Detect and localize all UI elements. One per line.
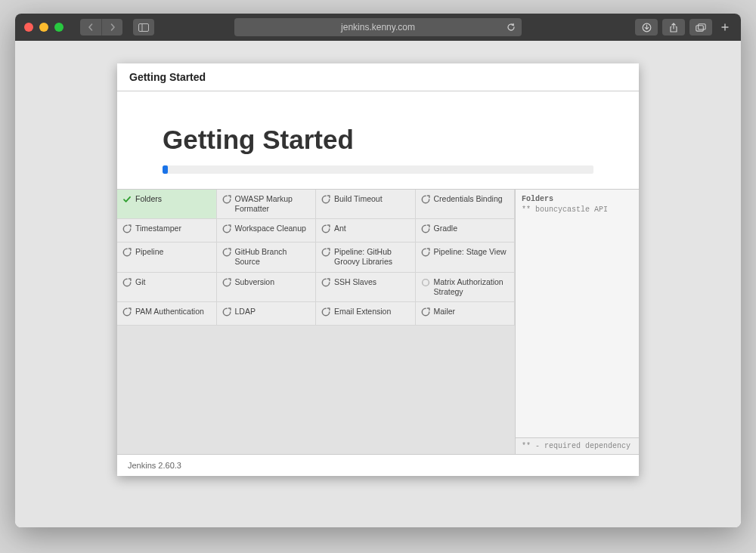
plugin-cell: GitHub Branch Source — [217, 243, 317, 272]
plus-icon — [721, 23, 729, 31]
plugin-name: Gradle — [434, 224, 458, 233]
plugin-name: Subversion — [235, 277, 275, 287]
spinner-icon — [222, 224, 232, 234]
reload-button[interactable] — [507, 23, 516, 32]
plugin-cell: Pipeline: GitHub Groovy Libraries — [316, 243, 416, 272]
wizard-body: FoldersOWASP Markup FormatterBuild Timeo… — [117, 189, 639, 454]
plugin-cell: Build Timeout — [316, 190, 416, 219]
reload-icon — [507, 23, 516, 32]
plugin-name: Email Extension — [334, 307, 391, 317]
spinner-icon — [122, 224, 132, 234]
window-controls — [24, 23, 64, 32]
plugin-cell: Mailer — [416, 302, 516, 326]
plugin-name: Pipeline: GitHub Groovy Libraries — [334, 247, 411, 267]
plugin-name: Workspace Cleanup — [235, 224, 306, 233]
install-log-legend: ** - required dependency — [516, 437, 639, 454]
setup-wizard: Getting Started Getting Started FoldersO… — [117, 63, 639, 476]
plugin-name: LDAP — [235, 307, 256, 317]
wizard-hero: Getting Started — [117, 91, 639, 189]
plugin-name: Folders — [135, 194, 162, 204]
plugin-name: Mailer — [434, 307, 456, 317]
install-log-line: ** bouncycastle API — [522, 205, 633, 215]
new-tab-button[interactable] — [718, 19, 732, 36]
window-close-button[interactable] — [24, 23, 33, 32]
sidebar-toggle-button[interactable] — [133, 19, 154, 36]
plugin-name: Matrix Authorization Strategy — [434, 277, 510, 297]
plugin-cell: SSH Slaves — [316, 273, 416, 302]
svg-rect-3 — [696, 25, 704, 30]
chevron-left-icon — [87, 23, 94, 31]
plugin-cell: Credentials Binding — [416, 190, 516, 219]
svg-rect-4 — [699, 23, 706, 29]
page-viewport: Getting Started Getting Started FoldersO… — [15, 41, 741, 527]
share-button[interactable] — [662, 19, 685, 36]
plugin-name: Git — [135, 277, 145, 287]
install-log-current: Folders — [522, 194, 633, 205]
plugin-name: SSH Slaves — [334, 277, 376, 287]
wizard-footer: Jenkins 2.60.3 — [117, 454, 639, 476]
page-title: Getting Started — [163, 125, 593, 155]
toolbar-right — [635, 19, 732, 36]
plugin-cell: Matrix Authorization Strategy — [416, 273, 516, 302]
plugin-name: Credentials Binding — [434, 194, 503, 204]
plugin-cell: Git — [117, 273, 217, 302]
plugin-cell: Folders — [117, 190, 217, 219]
spinner-icon — [420, 194, 431, 205]
spinner-icon — [122, 277, 132, 288]
spinner-icon — [321, 224, 331, 234]
plugin-name: Timestamper — [135, 224, 181, 233]
spinner-icon — [321, 307, 331, 317]
window-minimize-button[interactable] — [39, 23, 48, 32]
url-bar[interactable]: jenkins.kenny.com — [234, 18, 522, 36]
spinner-icon — [122, 247, 132, 258]
spinner-icon — [321, 277, 331, 288]
window-maximize-button[interactable] — [54, 23, 64, 32]
forward-button[interactable] — [101, 19, 122, 36]
plugin-cell: PAM Authentication — [117, 302, 217, 326]
spinner-icon — [222, 247, 232, 258]
plugin-cell: Workspace Cleanup — [217, 219, 317, 243]
share-icon — [669, 23, 678, 32]
browser-window: jenkins.kenny.com Getting Started — [15, 14, 741, 527]
spinner-icon — [420, 277, 431, 288]
install-progress-fill — [163, 165, 168, 174]
spinner-icon — [122, 307, 132, 317]
nav-button-group — [80, 19, 122, 36]
back-button[interactable] — [80, 19, 101, 36]
spinner-icon — [420, 247, 431, 258]
sidebar-icon — [138, 23, 149, 32]
check-icon — [122, 194, 132, 205]
plugin-cell: LDAP — [217, 302, 317, 326]
jenkins-version: Jenkins 2.60.3 — [128, 461, 181, 470]
plugin-cell: Pipeline: Stage View — [416, 243, 516, 272]
plugin-cell: Email Extension — [316, 302, 416, 326]
url-text: jenkins.kenny.com — [341, 22, 415, 32]
tabs-button[interactable] — [689, 19, 712, 36]
plugin-name: PAM Authentication — [135, 307, 204, 317]
plugin-name: OWASP Markup Formatter — [235, 194, 311, 214]
spinner-icon — [222, 277, 232, 288]
install-progress-bar — [163, 165, 593, 174]
plugin-cell: Pipeline — [117, 243, 217, 272]
plugin-cell: OWASP Markup Formatter — [217, 190, 317, 219]
plugin-grid: FoldersOWASP Markup FormatterBuild Timeo… — [117, 190, 515, 454]
spinner-icon — [321, 247, 331, 258]
plugin-cell: Gradle — [416, 219, 516, 243]
plugin-cell: Timestamper — [117, 219, 217, 243]
plugin-name: Ant — [334, 224, 346, 233]
chevron-right-icon — [109, 23, 116, 31]
plugin-name: Pipeline: Stage View — [434, 247, 507, 257]
plugin-cell: Ant — [316, 219, 416, 243]
download-icon — [642, 23, 652, 32]
plugin-name: Build Timeout — [334, 194, 383, 204]
plugin-name: Pipeline — [135, 247, 163, 257]
svg-point-5 — [422, 279, 429, 286]
spinner-icon — [420, 307, 431, 317]
spinner-icon — [222, 194, 232, 205]
install-log-panel: Folders ** bouncycastle API ** - require… — [515, 190, 639, 454]
spinner-icon — [420, 224, 431, 234]
wizard-breadcrumb: Getting Started — [117, 63, 639, 91]
downloads-button[interactable] — [635, 19, 658, 36]
spinner-icon — [321, 194, 331, 205]
plugin-cell: Subversion — [217, 273, 317, 302]
